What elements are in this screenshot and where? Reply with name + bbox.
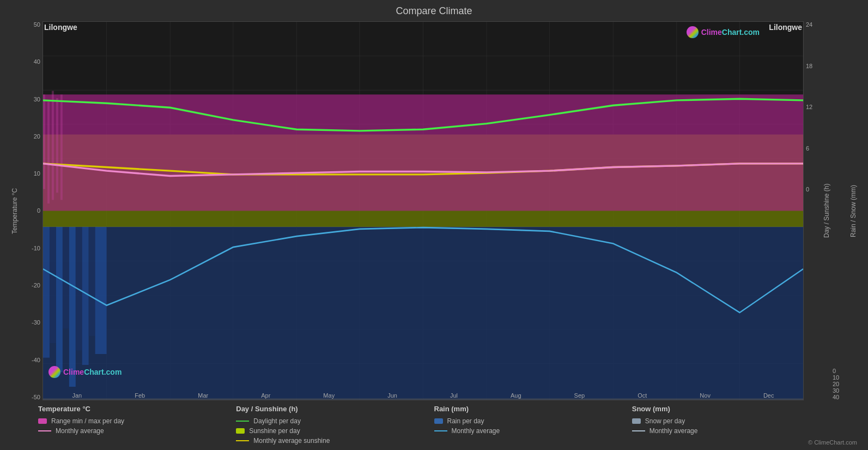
svg-rect-38 xyxy=(47,102,50,204)
y-tick-0: 0 xyxy=(37,207,40,214)
svg-rect-27 xyxy=(56,227,63,373)
x-label-jun: Jun xyxy=(387,392,397,399)
svg-rect-37 xyxy=(43,94,45,189)
y-tick-30: 30 xyxy=(34,96,40,103)
svg-rect-25 xyxy=(43,227,50,358)
rain-tick-30: 30 xyxy=(833,387,839,394)
legend-label-temp-range: Range min / max per day xyxy=(51,417,124,425)
legend-title-snow: Snow (mm) xyxy=(632,405,830,413)
page-container: Compare Climate Temperature °C 50 40 30 … xyxy=(0,0,868,450)
y-tick-n20: -20 xyxy=(32,282,40,289)
location-label-left: Lilongwe xyxy=(44,23,77,32)
legend-item-snow-day: Snow per day xyxy=(632,417,830,425)
legend-line-rain-avg xyxy=(434,430,447,431)
y-tick-20: 20 xyxy=(34,133,40,140)
rain-tick-10: 10 xyxy=(833,374,839,381)
legend-swatch-rain-day xyxy=(434,418,443,424)
x-label-oct: Oct xyxy=(638,392,647,399)
page-title: Compare Climate xyxy=(11,5,857,17)
legend-item-snow-avg: Monthly average xyxy=(632,427,830,435)
legend-title-rain: Rain (mm) xyxy=(434,405,632,413)
legend-item-temp-avg: Monthly average xyxy=(38,427,236,435)
legend-label-rain-day: Rain per day xyxy=(447,417,484,425)
y-tick-40: 40 xyxy=(34,58,40,65)
legend-swatch-temp-range xyxy=(38,418,47,424)
logo-chart: Chart.com xyxy=(722,28,760,37)
logo-text-top: ClimeChart.com xyxy=(701,28,760,37)
logo-text-bottom: ClimeChart.com xyxy=(63,368,122,376)
x-label-sep: Sep xyxy=(574,392,585,399)
svg-rect-26 xyxy=(50,227,56,343)
left-y-axis-label: Temperature °C xyxy=(11,21,21,400)
sunshine-tick-24: 24 xyxy=(806,21,812,28)
svg-rect-32 xyxy=(89,227,95,336)
svg-rect-36 xyxy=(43,94,803,211)
svg-rect-39 xyxy=(52,91,54,200)
x-label-apr: Apr xyxy=(261,392,270,399)
left-axis-ticks: 50 40 30 20 10 0 -10 -20 -30 -40 -50 xyxy=(21,21,43,400)
sunshine-tick-18: 18 xyxy=(806,63,812,69)
legend-swatch-sunshine-day xyxy=(236,428,245,434)
legend-item-daylight: Daylight per day xyxy=(236,417,434,425)
rain-tick-40: 40 xyxy=(833,394,839,400)
right-axis-sunshine-ticks: 24 18 12 6 0 xyxy=(804,21,823,400)
x-label-may: May xyxy=(323,392,335,399)
legend-title-sunshine: Day / Sunshine (h) xyxy=(236,405,434,413)
svg-rect-33 xyxy=(95,227,107,354)
location-label-right: Lilongwe xyxy=(769,23,802,32)
legend-line-temp-avg xyxy=(38,430,51,431)
legend-col-snow: Snow (mm) Snow per day Monthly average ©… xyxy=(632,405,830,445)
svg-rect-40 xyxy=(56,98,58,193)
legend-label-daylight: Daylight per day xyxy=(253,417,301,425)
sunshine-tick-6: 6 xyxy=(806,145,809,152)
legend-item-sunshine-avg: Monthly average sunshine xyxy=(236,437,434,445)
chart-area: Lilongwe Lilongwe ClimeChart.com ClimeCh… xyxy=(43,21,804,400)
legend-item-rain-avg: Monthly average xyxy=(434,427,632,435)
legend-title-temperature: Temperature °C xyxy=(38,405,236,413)
x-label-feb: Feb xyxy=(135,392,145,399)
y-tick-10: 10 xyxy=(34,170,40,177)
y-tick-n10: -10 xyxy=(32,245,40,251)
x-axis-labels: Jan Feb Mar Apr May Jun Jul Aug Sep Oct … xyxy=(43,392,803,399)
x-label-mar: Mar xyxy=(198,392,208,399)
legend-item-rain-day: Rain per day xyxy=(434,417,632,425)
logo-bottom-left: ClimeChart.com xyxy=(48,366,122,378)
legend-item-sunshine-day: Sunshine per day xyxy=(236,427,434,435)
logo-icon-top xyxy=(687,26,699,38)
svg-rect-41 xyxy=(60,94,63,200)
y-tick-n30: -30 xyxy=(32,319,40,326)
sunshine-tick-0: 0 xyxy=(806,186,809,193)
sunshine-tick-12: 12 xyxy=(806,104,812,110)
x-label-jan: Jan xyxy=(72,392,82,399)
legend-label-rain-avg: Monthly average xyxy=(452,427,500,435)
logo-c-bottom: Clime xyxy=(63,368,84,376)
y-tick-n40: -40 xyxy=(32,357,40,363)
legend-section: Temperature °C Range min / max per day M… xyxy=(11,405,857,445)
legend-col-sunshine: Day / Sunshine (h) Daylight per day Suns… xyxy=(236,405,434,445)
logo-chart-bottom: Chart.com xyxy=(84,368,122,376)
logo-c: Clime xyxy=(701,28,722,37)
x-label-jul: Jul xyxy=(450,392,458,399)
x-label-nov: Nov xyxy=(700,392,711,399)
copyright: © ClimeChart.com xyxy=(808,439,857,446)
chart-content: Temperature °C 50 40 30 20 10 0 -10 -20 … xyxy=(11,21,857,400)
svg-rect-29 xyxy=(69,227,76,387)
legend-label-sunshine-day: Sunshine per day xyxy=(249,427,300,435)
legend-line-snow-avg xyxy=(632,430,645,431)
svg-rect-24 xyxy=(43,227,803,400)
legend-line-daylight xyxy=(236,421,249,422)
rain-tick-0: 0 xyxy=(833,368,836,374)
svg-rect-28 xyxy=(63,227,69,329)
legend-col-rain: Rain (mm) Rain per day Monthly average xyxy=(434,405,632,445)
x-label-aug: Aug xyxy=(511,392,521,399)
y-tick-50: 50 xyxy=(34,21,40,28)
x-label-dec: Dec xyxy=(763,392,774,399)
legend-label-sunshine-avg: Monthly average sunshine xyxy=(253,437,330,445)
legend-swatch-snow-day xyxy=(632,418,641,424)
logo-top-right: ClimeChart.com xyxy=(687,26,760,38)
right-axis-rain-label: Rain / Snow (mm) xyxy=(849,21,857,400)
y-tick-n50: -50 xyxy=(32,394,40,400)
legend-line-sunshine-avg xyxy=(236,440,249,441)
chart-svg xyxy=(43,22,803,400)
axes-wrapper: Temperature °C 50 40 30 20 10 0 -10 -20 … xyxy=(11,21,857,400)
